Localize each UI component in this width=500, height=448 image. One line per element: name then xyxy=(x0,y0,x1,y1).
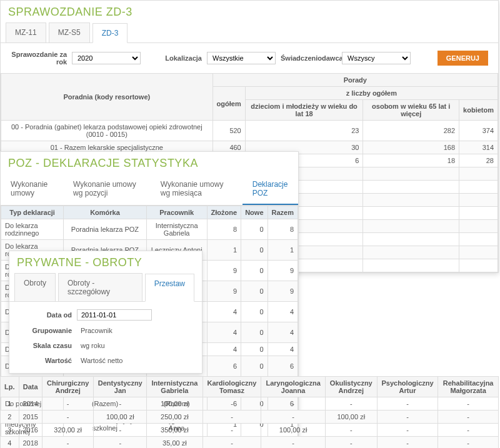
zd3-row: 00 - Poradnia (gabinet) lekarza podstawo… xyxy=(1,121,498,141)
year-select[interactable]: 2020 xyxy=(72,52,141,64)
grup-value: Pracownik xyxy=(77,326,152,336)
h-zloz: Złożone xyxy=(207,206,241,219)
obroty-col: Kardiologiczny Tomasz xyxy=(202,377,261,397)
col-kobietom: kobietom xyxy=(459,100,498,121)
poz-tab-0[interactable]: Wykonanie umowy xyxy=(1,174,63,205)
zd3-title: SPRAWOZDANIE ZD-3 xyxy=(1,1,498,22)
h-nowe: Nowe xyxy=(241,206,268,219)
obroty-col: Psychologiczny Artur xyxy=(377,377,438,397)
grup-label: Grupowanie xyxy=(16,327,72,334)
obroty-table-wrap: Lp.DataChirurgiczny AndrzejDentystyczny … xyxy=(0,376,499,448)
skala-label: Skala czasu xyxy=(16,342,72,349)
tab-zd3[interactable]: ZD-3 xyxy=(92,23,128,43)
generate-button[interactable]: GENERUJ xyxy=(438,51,488,66)
tab-mzs5[interactable]: MZ-S5 xyxy=(49,22,90,42)
obroty-col: Rehabilitacyjna Małgorzata xyxy=(438,377,499,397)
col-ogolem: ogółem xyxy=(212,87,245,121)
poz-tab-2[interactable]: Wykonanie umowy wg miesiąca xyxy=(151,174,242,205)
zd3-tabs: MZ-11 MZ-S5 ZD-3 xyxy=(1,22,498,43)
pryw-tab-2[interactable]: Przestaw xyxy=(145,274,194,302)
obroty-col: Laryngologiczna Joanna xyxy=(261,377,325,397)
poz-tab-3[interactable]: Deklaracje POZ xyxy=(242,174,298,205)
poz-title: POZ - DEKLARACJE STATYSTYKA xyxy=(1,152,298,174)
skala-value: wg roku xyxy=(77,341,152,351)
obroty-row: 42018--35,00 zł----- xyxy=(1,437,499,449)
pryw-tab-0[interactable]: Obroty xyxy=(14,273,56,301)
col-65: osobom w wieku 65 lat i więcej xyxy=(363,100,459,121)
h-razem: Razem xyxy=(268,206,298,219)
obroty-table: Lp.DataChirurgiczny AndrzejDentystyczny … xyxy=(0,376,499,448)
obroty-col: Chirurgiczny Andrzej xyxy=(42,377,93,397)
zd3-filter-bar: Sprawozdanie za rok 2020 Lokalizacja Wsz… xyxy=(1,43,498,73)
h-typ: Typ deklaracji xyxy=(1,206,64,219)
obroty-col: Okulistyczny Andrzej xyxy=(325,377,377,397)
col-porady: Porady xyxy=(212,74,498,87)
dataod-input[interactable] xyxy=(77,309,152,321)
pryw-tabs: Obroty Obroty - szczegółowy Przestaw xyxy=(9,273,202,302)
loc-label: Lokalizacja xyxy=(146,54,202,62)
prov-select[interactable]: Wszyscy xyxy=(342,52,411,64)
dataod-label: Data od xyxy=(16,311,72,319)
col-poradnia: Poradnia (kody resortowe) xyxy=(1,74,213,121)
wart-label: Wartość xyxy=(16,357,72,364)
poz-tabs: Wykonanie umowy Wykonanie umowy wg pozyc… xyxy=(1,174,298,206)
tab-mz11[interactable]: MZ-11 xyxy=(6,22,46,42)
loc-select[interactable]: Wszystkie xyxy=(207,52,276,64)
obroty-row: 12014--100,00 zł----- xyxy=(1,397,499,411)
h-prac: Pracownik xyxy=(146,206,207,219)
col-zliczby: z liczby ogółem xyxy=(245,87,498,100)
prov-label: Świadczeniodawca xyxy=(281,54,337,62)
poz-tab-1[interactable]: Wykonanie umowy wg pozycji xyxy=(63,174,151,205)
pryw-panel: PRYWATNE - OBROTY Obroty Obroty - szczeg… xyxy=(9,251,202,374)
obroty-col: Data xyxy=(19,377,42,397)
h-kom: Komórka xyxy=(64,206,147,219)
pryw-tab-1[interactable]: Obroty - szczegółowy xyxy=(58,273,142,301)
wart-value: Wartość netto xyxy=(77,356,152,366)
poz-row: Do lekarza rodzinnegoPoradnia lekarza PO… xyxy=(1,219,298,240)
pryw-title: PRYWATNE - OBROTY xyxy=(9,251,202,273)
obroty-col: Internistyczna Gabriela xyxy=(147,377,202,397)
col-dzieci: dzieciom i młodzieży w wieku do lat 18 xyxy=(245,100,363,121)
obroty-row: 32016320,00 zł-350,00 zł-100,00 zł--- xyxy=(1,424,499,437)
year-label: Sprawozdanie za rok xyxy=(11,51,67,66)
obroty-row: 22015-100,00 zł250,00 zł--100,00 zł-- xyxy=(1,411,499,424)
obroty-col: Dentystyczny Jan xyxy=(94,377,147,397)
obroty-col: Lp. xyxy=(1,377,19,397)
